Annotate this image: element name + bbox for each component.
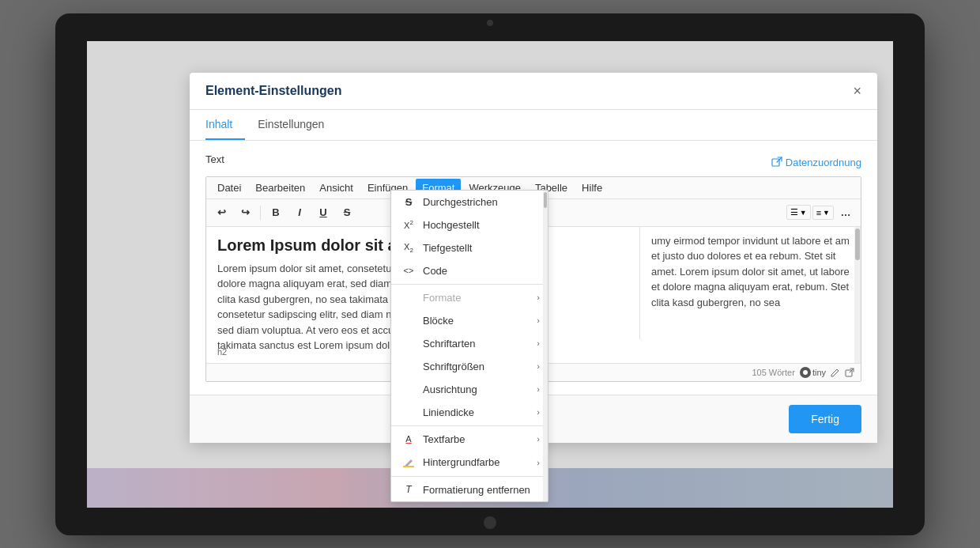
toolbar-separator-1	[260, 206, 261, 220]
heading-tag-label: h2	[217, 347, 227, 357]
schriftarten-arrow: ›	[537, 338, 540, 348]
editor-right-panel[interactable]: umy eirmod tempor invidunt ut labore et …	[639, 227, 861, 339]
field-label: Text	[205, 153, 224, 165]
menu-ansicht[interactable]: Ansicht	[313, 179, 360, 197]
right-panel-text: umy eirmod tempor invidunt ut labore et …	[651, 233, 850, 311]
dropdown-hochgestellt[interactable]: X2 Hochgestellt	[391, 214, 548, 236]
list-ordered-button[interactable]: ☰ ▼	[786, 205, 811, 220]
more-options-button[interactable]: …	[835, 202, 856, 223]
dropdown-schriftgroessen-label: Schriftgrößen	[423, 361, 484, 372]
format-dropdown: S Durchgestrichen X2 Hochgestellt X2 Tie…	[390, 190, 548, 502]
dropdown-formate: Formate ›	[391, 286, 548, 309]
dropdown-code-label: Code	[423, 265, 447, 277]
right-scrollbar[interactable]	[854, 227, 861, 339]
dropdown-scrollbar[interactable]	[543, 191, 548, 501]
list-unordered-button[interactable]: ≡ ▼	[812, 206, 834, 220]
redo-button[interactable]: ↪	[235, 202, 255, 223]
dropdown-hintergrundfarbe[interactable]: Hintergrundfarbe ›	[391, 451, 548, 474]
dropdown-bloecke[interactable]: Blöcke ›	[391, 309, 548, 332]
word-count: 105 Wörter	[752, 368, 794, 377]
dropdown-hochgestellt-label: Hochgestellt	[423, 219, 480, 231]
code-icon: <>	[402, 266, 415, 275]
textfarbe-arrow: ›	[537, 434, 540, 444]
modal-tabs: Inhalt Einstellungen	[190, 110, 877, 141]
close-button[interactable]: ×	[853, 84, 861, 98]
dropdown-ausrichtung-label: Ausrichtung	[423, 384, 477, 395]
dropdown-formate-label: Formate	[423, 292, 461, 304]
superscript-icon: X2	[402, 219, 415, 230]
tab-inhalt[interactable]: Inhalt	[205, 110, 245, 140]
liniendicke-arrow: ›	[537, 407, 540, 417]
dropdown-bloecke-label: Blöcke	[423, 315, 454, 327]
dropdown-hintergrundfarbe-label: Hintergrundfarbe	[423, 456, 500, 468]
svg-rect-0	[772, 159, 779, 166]
tab-einstellungen[interactable]: Einstellungen	[258, 110, 337, 140]
svg-rect-2	[403, 466, 414, 467]
dropdown-separator-2	[391, 425, 548, 426]
device-screen: Element-Einstellungen × Inhalt Einstellu…	[87, 41, 893, 508]
dropdown-tiefgestellt-label: Tiefgestellt	[423, 242, 472, 254]
formate-arrow: ›	[537, 293, 540, 302]
bold-button[interactable]: B	[266, 202, 286, 223]
tiny-logo: tiny	[800, 367, 826, 378]
datenzuordnung-link[interactable]: Datenzuordnung	[771, 157, 861, 168]
home-button[interactable]	[484, 516, 496, 529]
external-link-icon	[771, 157, 782, 168]
dropdown-code[interactable]: <> Code	[391, 259, 548, 282]
dropdown-scrollbar-thumb	[544, 192, 547, 208]
dropdown-formatierung-entfernen[interactable]: T Formatierung entfernen	[391, 478, 548, 501]
dropdown-schriftarten-label: Schriftarten	[423, 338, 475, 350]
dropdown-schriftarten[interactable]: Schriftarten ›	[391, 332, 548, 355]
dropdown-liniendicke-label: Liniendicke	[423, 406, 474, 418]
hintergrundfarbe-arrow: ›	[537, 458, 540, 467]
dropdown-separator-1	[391, 284, 548, 285]
dropdown-tiefgestellt[interactable]: X2 Tiefgestellt	[391, 236, 548, 259]
italic-button[interactable]: I	[289, 202, 310, 223]
right-scrollbar-thumb	[855, 229, 860, 260]
device-frame: Element-Einstellungen × Inhalt Einstellu…	[55, 13, 925, 535]
dropdown-durchgestrichen[interactable]: S Durchgestrichen	[391, 191, 548, 214]
bloecke-arrow: ›	[537, 316, 540, 325]
subscript-icon: X2	[402, 242, 415, 254]
dropdown-formatierung-entfernen-label: Formatierung entfernen	[423, 484, 530, 496]
menu-datei[interactable]: Datei	[211, 179, 247, 197]
undo-button[interactable]: ↩	[211, 202, 232, 223]
field-header: Text Datenzuordnung	[205, 153, 861, 172]
menu-bearbeiten[interactable]: Bearbeiten	[249, 179, 311, 197]
strikethrough-icon: S	[402, 196, 415, 208]
dropdown-schriftgroessen[interactable]: Schriftgrößen ›	[391, 355, 548, 378]
edit-icon[interactable]	[831, 368, 840, 377]
external-link-icon-2[interactable]	[845, 368, 854, 377]
dropdown-textfarbe-label: Textfarbe	[423, 433, 465, 445]
dropdown-textfarbe[interactable]: A Textfarbe ›	[391, 428, 548, 451]
strikethrough-button[interactable]: S	[337, 202, 357, 223]
modal-title: Element-Einstellungen	[205, 84, 341, 98]
dropdown-liniendicke[interactable]: Liniendicke ›	[391, 401, 548, 424]
textfarbe-icon: A	[402, 434, 415, 444]
dropdown-ausrichtung[interactable]: Ausrichtung ›	[391, 378, 548, 401]
schriftgroessen-arrow: ›	[537, 361, 540, 371]
camera-dot	[487, 20, 493, 26]
modal-header: Element-Einstellungen ×	[190, 73, 877, 110]
dropdown-durchgestrichen-label: Durchgestrichen	[423, 196, 498, 208]
dropdown-separator-3	[391, 476, 548, 477]
hintergrundfarbe-icon	[402, 456, 415, 469]
underline-button[interactable]: U	[313, 202, 334, 223]
ausrichtung-arrow: ›	[537, 384, 540, 394]
menu-hilfe[interactable]: Hilfe	[575, 179, 609, 197]
fertig-button[interactable]: Fertig	[789, 405, 861, 433]
clear-format-icon: T	[402, 484, 415, 495]
